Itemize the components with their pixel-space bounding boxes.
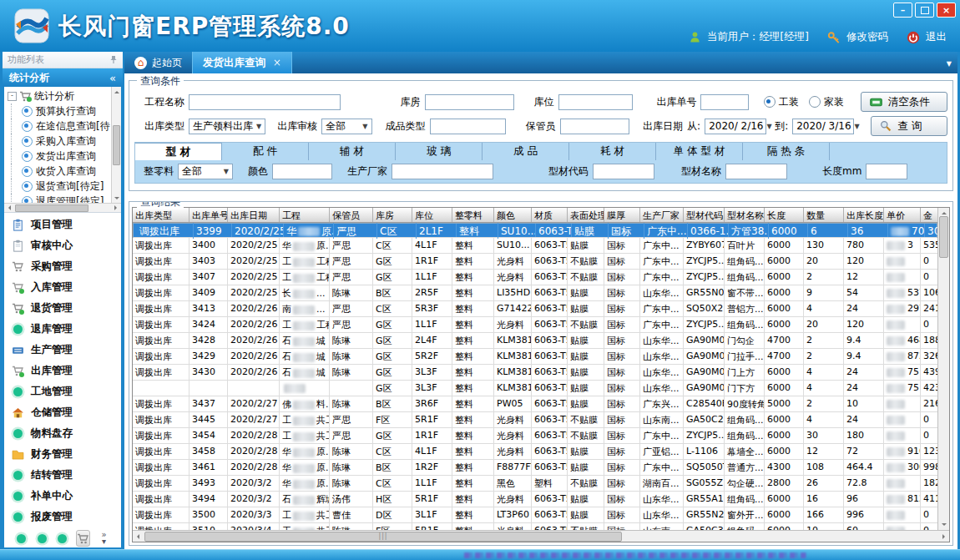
tree-root-item[interactable]: -统计分析 bbox=[4, 88, 121, 103]
tree-item[interactable]: 退货查询[待定] bbox=[4, 179, 121, 194]
minimize-button[interactable]: – bbox=[893, 3, 912, 18]
scroll-up-icon[interactable] bbox=[942, 209, 947, 214]
date-to-picker[interactable]: 2020/ 3/16▼ bbox=[792, 119, 854, 134]
tree-item[interactable]: 采购入库查询 bbox=[4, 134, 121, 149]
table-row[interactable]: 调拨出库34132020/2/26南...严思C区5R3F整料G71422606… bbox=[133, 301, 937, 317]
chevron-more-icon[interactable]: »▾ bbox=[98, 532, 110, 545]
tree-vscroll-thumb[interactable] bbox=[113, 125, 120, 165]
sidebar-item-入库管理[interactable]: 入库管理 bbox=[4, 278, 121, 298]
sidebar-item-采购管理[interactable]: 采购管理 bbox=[4, 257, 121, 277]
sidebar-item-审核中心[interactable]: 审核中心 bbox=[4, 236, 121, 256]
close-button[interactable]: × bbox=[937, 3, 956, 18]
material-tab-耗材[interactable]: 耗 材 bbox=[569, 143, 656, 160]
sidebar-item-工地管理[interactable]: 工地管理 bbox=[4, 382, 121, 402]
scroll-right-icon[interactable] bbox=[942, 534, 947, 539]
sidebar-item-财务管理[interactable]: 财务管理 bbox=[4, 445, 121, 465]
search-button[interactable]: 查 询 bbox=[871, 116, 947, 136]
table-row[interactable]: 调拨出库35002020/3/3工共工程曹佳D区3L1F整料LT3P606063… bbox=[133, 507, 937, 523]
product-type-input[interactable] bbox=[430, 119, 506, 134]
green-dot-icon[interactable] bbox=[15, 532, 28, 545]
material-tab-单体型材[interactable]: 单 体 型 材 bbox=[656, 143, 743, 160]
table-row[interactable]: 调拨出库34282020/2/26石城陈琳G区2L4F整料KLM38176063… bbox=[133, 333, 937, 349]
out-type-select[interactable]: 生产领料出库▼ bbox=[189, 119, 265, 134]
table-row[interactable]: 调拨出库34612020/2/28华原...陈琳B区1R2F整料F8877FT6… bbox=[133, 460, 937, 476]
column-header-库位[interactable]: 库位 bbox=[412, 208, 452, 222]
project-name-input[interactable] bbox=[189, 94, 341, 110]
column-header-型材代码[interactable]: 型材代码 bbox=[684, 208, 725, 222]
vscroll-thumb[interactable] bbox=[939, 216, 948, 258]
column-header-出库长度[interactable]: 出库长度 bbox=[844, 208, 884, 222]
logout-link[interactable]: 退出 bbox=[926, 30, 947, 44]
tree-horizontal-scrollbar[interactable] bbox=[4, 203, 121, 212]
material-tab-配件[interactable]: 配 件 bbox=[222, 143, 309, 160]
tree-hscroll-thumb[interactable] bbox=[15, 204, 88, 212]
column-header-材质[interactable]: 材质 bbox=[532, 208, 568, 222]
length-input[interactable] bbox=[866, 164, 907, 179]
table-row[interactable]: 调拨出库34092020/2/25长...陈琳B区2R5F整料LI35HD606… bbox=[133, 285, 937, 301]
clear-conditions-button[interactable]: 清空条件 bbox=[861, 92, 947, 112]
scroll-down-icon[interactable] bbox=[114, 197, 119, 202]
pin-icon[interactable] bbox=[109, 55, 118, 64]
column-header-表面处理[interactable]: 表面处理 bbox=[568, 208, 604, 222]
sidebar-item-仓储管理[interactable]: 仓储管理 bbox=[4, 403, 121, 423]
audit-select[interactable]: 全部▼ bbox=[321, 119, 371, 134]
sidebar-item-退货管理[interactable]: 退货管理 bbox=[4, 299, 121, 319]
profile-name-input[interactable] bbox=[725, 164, 787, 179]
tab-close-icon[interactable]: × bbox=[273, 57, 281, 68]
table-row[interactable]: 调拨出库34942020/3/2石辉城汤伟H区5R1F整料光身料6063-T5贴… bbox=[133, 492, 937, 507]
tree-item[interactable]: 发货出库查询 bbox=[4, 149, 121, 164]
table-row[interactable]: G区3L3F整料KLM38176063-T5贴膜国标山东华...GA90M09.… bbox=[133, 381, 937, 396]
column-header-出库日期[interactable]: 出库日期 bbox=[228, 208, 280, 222]
sidebar-section-header[interactable]: 统计分析 « bbox=[3, 68, 123, 87]
tree-vertical-scrollbar[interactable] bbox=[111, 87, 121, 204]
table-row[interactable]: 调拨出库34932020/3/2华原...陈琳C区1L1F整料黑色塑料不贴膜国标… bbox=[133, 476, 937, 492]
column-header-出库类型[interactable]: 出库类型 bbox=[133, 208, 189, 222]
radio-work-install[interactable] bbox=[764, 96, 776, 108]
column-header-金[interactable]: 金 bbox=[921, 208, 937, 222]
column-header-单价[interactable]: 单价 bbox=[884, 208, 921, 222]
scroll-left-icon[interactable] bbox=[134, 534, 139, 539]
profile-code-input[interactable] bbox=[593, 164, 654, 179]
warehouse-input[interactable] bbox=[425, 94, 514, 110]
whole-part-select[interactable]: 全部▼ bbox=[178, 164, 233, 179]
material-tab-隔热条[interactable]: 隔 热 条 bbox=[743, 143, 830, 160]
sidebar-item-出库管理[interactable]: 出库管理 bbox=[4, 361, 121, 381]
hscroll-thumb[interactable]: ||| bbox=[144, 532, 622, 542]
sidebar-item-结转管理[interactable]: 结转管理 bbox=[4, 466, 121, 486]
radio-home-install[interactable] bbox=[809, 96, 821, 108]
sidebar-item-物料盘存[interactable]: 物料盘存 bbox=[4, 424, 121, 444]
column-header-出库单号[interactable]: 出库单号 bbox=[189, 208, 228, 222]
table-row[interactable]: 调拨出库34002020/2/25华原...严思C区4L1F整料SU10...6… bbox=[133, 238, 937, 254]
keeper-input[interactable] bbox=[560, 119, 629, 134]
column-header-膜厚[interactable]: 膜厚 bbox=[604, 208, 640, 222]
date-from-picker[interactable]: 2020/ 2/16▼ bbox=[705, 119, 766, 134]
table-row[interactable]: 调拨出库35102020/3/4工共工程陈琳F区5R1F整料光身料6063-T5… bbox=[133, 523, 937, 530]
maker-input[interactable] bbox=[392, 164, 493, 179]
location-input[interactable] bbox=[558, 94, 634, 110]
column-header-生产厂家[interactable]: 生产厂家 bbox=[640, 208, 684, 222]
scroll-right-icon[interactable] bbox=[114, 205, 119, 210]
table-row[interactable]: 调拨出库34242020/2/26工工程严思G区1L1F整料光身料6063-T5… bbox=[133, 317, 937, 333]
column-header-整零料[interactable]: 整零料 bbox=[452, 208, 494, 222]
sidebar-item-补单中心[interactable]: 补单中心 bbox=[4, 487, 121, 507]
column-header-颜色[interactable]: 颜色 bbox=[494, 208, 532, 222]
scroll-left-icon[interactable] bbox=[6, 205, 11, 210]
table-horizontal-scrollbar[interactable]: ||| bbox=[133, 530, 949, 542]
change-password-link[interactable]: 修改密码 bbox=[846, 30, 888, 44]
tree-item[interactable]: 在途信息查询[待 bbox=[4, 119, 121, 134]
collapse-icon[interactable]: « bbox=[109, 72, 116, 84]
scroll-up-icon[interactable] bbox=[114, 88, 119, 93]
color-input[interactable] bbox=[272, 164, 332, 179]
table-row[interactable]: 调拨出库34372020/2/27佛料...陈琳B区3R6F整料PW056063… bbox=[133, 396, 937, 412]
tree-item[interactable]: 收货入库查询 bbox=[4, 164, 121, 179]
cart-button-icon[interactable] bbox=[77, 532, 89, 545]
green-dot-icon[interactable] bbox=[56, 532, 68, 545]
table-row[interactable]: 调拨出库34072020/2/25工工程严思G区1L1F整料光身料6063-T5… bbox=[133, 270, 937, 285]
table-row[interactable]: 调拨出库34582020/2/28华原...陈琳C区4L1F整料光身料6063-… bbox=[133, 444, 937, 460]
column-header-保管员[interactable]: 保管员 bbox=[330, 208, 373, 222]
sidebar-item-项目管理[interactable]: 项目管理 bbox=[4, 215, 121, 235]
tab-list-caret-icon[interactable]: ▼ bbox=[947, 60, 952, 68]
sidebar-item-生产管理[interactable]: 生产管理 bbox=[4, 341, 121, 361]
material-tab-玻璃[interactable]: 玻 璃 bbox=[396, 143, 483, 160]
tab-shipping-query[interactable]: 发货出库查询 × bbox=[192, 52, 292, 73]
